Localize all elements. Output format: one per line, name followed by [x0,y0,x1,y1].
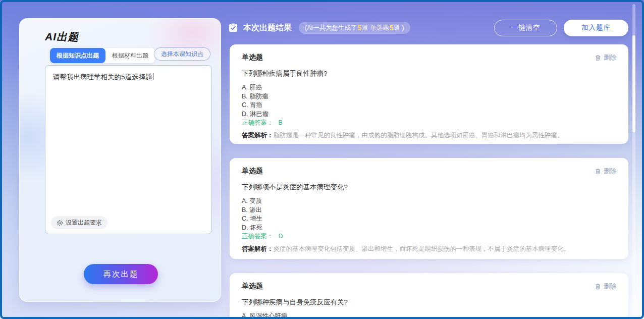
ai-question-panel: AI出题 根据知识点出题 根据材料出题 选择本课知识点 请帮我出病理学相关的5道… [19,18,221,302]
question-card: 单选题 删除 下列哪种疾病与自身免疫反应有关? A. 风湿性心脏病 [230,273,628,319]
prompt-input[interactable]: 请帮我出病理学相关的5道选择题 设置出题要求 [45,65,212,234]
delete-label: 删除 [604,167,616,176]
analysis-text: 脂肪瘤是一种常见的良性肿瘤，由成熟的脂肪细胞构成。其他选项如肝癌、胃癌和淋巴瘤均… [274,132,564,139]
option-c: C. 增生 [242,215,616,224]
option-d: D. 坏死 [242,224,616,233]
results-header: 本次出题结果 (AI一共为您生成了5道 单选题5道 ) 一键清空 加入题库 [228,18,628,37]
ai-question-app: AI出题 根据知识点出题 根据材料出题 选择本课知识点 请帮我出病理学相关的5道… [2,2,642,317]
trash-icon [595,55,601,61]
regenerate-button[interactable]: 再次出题 [84,264,158,284]
answer-analysis-row: 答案解析：炎症的基本病理变化包括变质、渗出和增生，而坏死是组织损伤的一种表现，不… [242,245,616,253]
results-summary-badge: (AI一共为您生成了5道 单选题5道 ) [299,22,410,34]
option-a: A. 风湿性心脏病 [242,312,616,319]
question-text: 下列哪项不是炎症的基本病理变化? [242,183,616,192]
question-type-label: 单选题 [242,282,263,291]
option-c: C. 胃癌 [242,101,616,110]
option-d: D. 淋巴瘤 [242,110,616,119]
option-a: A. 肝癌 [242,83,616,92]
delete-button[interactable]: 删除 [595,54,616,62]
answer-analysis-row: 答案解析：脂肪瘤是一种常见的良性肿瘤，由成熟的脂肪细胞构成。其他选项如肝癌、胃癌… [242,131,616,140]
correct-answer-value: B [279,119,283,126]
page-title: AI出题 [45,30,79,44]
question-type-label: 单选题 [242,53,263,62]
analysis-text: 炎症的基本病理变化包括变质、渗出和增生，而坏死是组织损伤的一种表现，不属于炎症的… [274,245,570,252]
set-requirements-label: 设置出题要求 [66,219,102,227]
correct-answer-value: D [279,233,283,240]
prompt-input-value: 请帮我出病理学相关的5道选择题 [53,72,205,82]
option-list: A. 变质 B. 渗出 C. 增生 D. 坏死 [242,197,616,232]
option-b: B. 渗出 [242,206,616,215]
trash-icon [595,283,601,290]
option-a: A. 变质 [242,197,616,206]
delete-label: 删除 [604,282,616,291]
option-list: A. 肝癌 B. 脂肪瘤 C. 胃癌 D. 淋巴瘤 [242,83,616,119]
delete-button[interactable]: 删除 [595,167,616,176]
question-mode-tabs: 根据知识点出题 根据材料出题 [50,48,155,63]
question-type-label: 单选题 [242,167,263,176]
tab-by-knowledge-point[interactable]: 根据知识点出题 [50,48,105,63]
total-count: 5 [357,24,361,32]
question-text: 下列哪种疾病与自身免疫反应有关? [242,298,616,307]
add-to-bank-button[interactable]: 加入题库 [564,20,628,36]
correct-answer-row: 正确答案：B [242,119,616,128]
question-text: 下列哪种疾病属于良性肿瘤? [242,69,616,78]
set-requirements-button[interactable]: 设置出题要求 [51,216,108,229]
results-title: 本次出题结果 [243,23,292,33]
gear-icon [57,220,63,226]
question-card: 单选题 删除 下列哪种疾病属于良性肿瘤? A. 肝癌 B. 脂肪瘤 C. 胃癌 … [230,44,628,144]
clipboard-check-icon [228,23,238,33]
delete-label: 删除 [604,54,616,62]
option-list: A. 风湿性心脏病 [242,312,616,319]
text-cursor [153,73,153,80]
scrollbar-thumb[interactable] [632,35,635,132]
tab-by-material[interactable]: 根据材料出题 [105,48,155,63]
select-knowledge-button[interactable]: 选择本课知识点 [154,47,210,61]
trash-icon [595,168,601,175]
scrollbar-track[interactable] [632,4,635,314]
delete-button[interactable]: 删除 [595,282,616,291]
option-b: B. 脂肪瘤 [242,92,616,101]
correct-answer-row: 正确答案：D [242,232,616,241]
clear-all-button[interactable]: 一键清空 [494,20,557,36]
question-card: 单选题 删除 下列哪项不是炎症的基本病理变化? A. 变质 B. 渗出 C. 增… [230,158,628,259]
single-choice-count: 5 [390,24,394,32]
